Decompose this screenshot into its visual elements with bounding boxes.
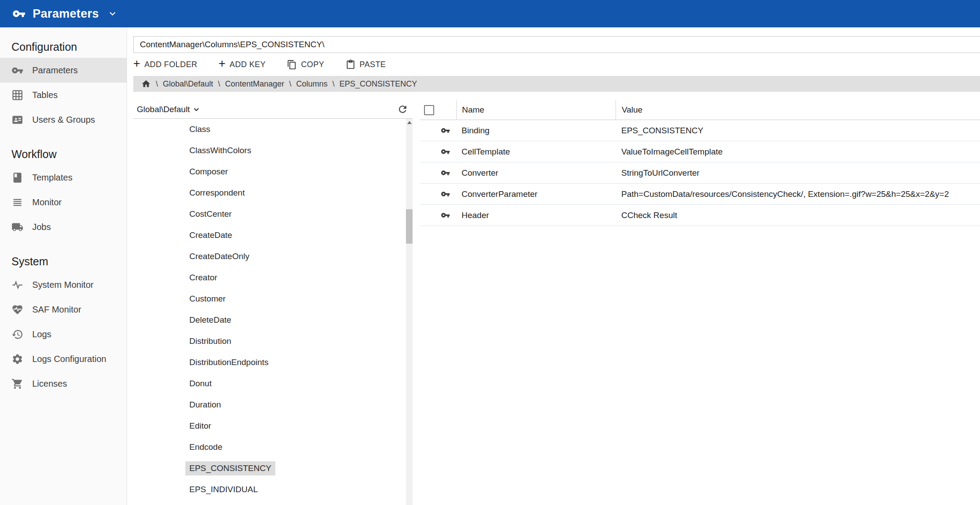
sidebar-item-templates[interactable]: Templates: [0, 165, 127, 190]
tree-scrollbar[interactable]: [406, 119, 413, 505]
refresh-icon: [397, 104, 408, 115]
grid-header: Name Value: [420, 100, 980, 120]
scroll-up-arrow-icon[interactable]: [406, 119, 413, 126]
tree-item[interactable]: CreateDate: [133, 225, 413, 246]
param-value: CCheck Result: [621, 211, 677, 220]
tree-header: Global\Default: [133, 100, 413, 119]
home-icon[interactable]: [141, 79, 151, 89]
tree-item[interactable]: DeleteDate: [133, 309, 413, 331]
paste-button[interactable]: PASTE: [345, 60, 386, 70]
add-key-button[interactable]: + ADD KEY: [218, 59, 266, 70]
paste-label: PASTE: [360, 60, 386, 69]
tree-list: Class ClassWithColors Composer Correspon…: [133, 119, 413, 505]
add-folder-button[interactable]: + ADD FOLDER: [133, 59, 197, 70]
tree-item[interactable]: CostCenter: [133, 204, 413, 225]
key-icon: [441, 168, 450, 177]
tree-item[interactable]: Editor: [133, 415, 413, 437]
table-row[interactable]: ConverterParameter Path=CustomData/resou…: [420, 184, 980, 205]
main-area: + ADD FOLDER + ADD KEY COPY PASTE \ Glob…: [127, 27, 980, 505]
tree-item[interactable]: Composer: [133, 161, 413, 182]
breadcrumb-separator: \: [289, 79, 291, 89]
tree-item[interactable]: CreateDateOnly: [133, 246, 413, 267]
key-icon: [12, 7, 26, 20]
table-row[interactable]: Converter StringToUrlConverter: [420, 162, 980, 184]
section-heading: Workflow: [0, 148, 127, 165]
breadcrumb-segment-global-default[interactable]: Global\Default: [163, 79, 213, 89]
param-name: ConverterParameter: [462, 189, 537, 199]
key-icon: [441, 211, 450, 220]
sidebar-item-tables[interactable]: Tables: [0, 83, 127, 107]
chevron-down-icon: [191, 105, 201, 114]
content-split: Global\Default Class ClassWithColors Com…: [133, 100, 980, 505]
scope-label: Global\Default: [137, 105, 190, 114]
sidebar-item-label: Logs: [32, 329, 51, 339]
sidebar-item-jobs[interactable]: Jobs: [0, 215, 127, 239]
sidebar-item-saf-monitor[interactable]: SAF Monitor: [0, 297, 127, 322]
path-input[interactable]: [133, 36, 980, 53]
key-icon: [441, 126, 450, 135]
sidebar-item-logs-configuration[interactable]: Logs Configuration: [0, 347, 127, 371]
tree-item[interactable]: Endcode: [133, 437, 413, 458]
scrollbar-thumb[interactable]: [406, 209, 413, 244]
tree-item[interactable]: ClassWithColors: [133, 140, 413, 161]
copy-label: COPY: [301, 60, 324, 69]
paste-icon: [345, 60, 356, 70]
sidebar-item-label: Monitor: [32, 197, 62, 207]
breadcrumb-segment-columns[interactable]: Columns: [296, 79, 327, 89]
param-name: Binding: [462, 126, 489, 136]
tree-item[interactable]: Class: [133, 119, 413, 140]
gear-icon: [11, 353, 23, 365]
tree-item[interactable]: EPS_INDIVIDUAL: [133, 479, 413, 500]
table-row[interactable]: Header CCheck Result: [420, 205, 980, 226]
param-value: Path=CustomData/resources/ConsistencyChe…: [621, 189, 949, 199]
key-icon: [441, 147, 450, 156]
copy-icon: [287, 60, 297, 70]
select-all-checkbox[interactable]: [424, 105, 434, 115]
tree-item[interactable]: Customer: [133, 288, 413, 309]
chevron-down-icon[interactable]: [107, 8, 118, 19]
tree-item[interactable]: Creator: [133, 267, 413, 288]
path-row: [133, 36, 980, 53]
grid-header-value: Value: [616, 100, 980, 120]
breadcrumb-separator: \: [218, 79, 220, 89]
table-grid-icon: [11, 89, 23, 101]
book-icon: [11, 172, 23, 184]
grid-header-check-cell: [420, 100, 456, 120]
breadcrumb-separator: \: [156, 79, 158, 89]
sidebar-item-system-monitor[interactable]: System Monitor: [0, 272, 127, 297]
sidebar-item-label: Tables: [32, 90, 58, 100]
tree-item[interactable]: DistributionEndpoints: [133, 352, 413, 373]
sidebar-item-monitor[interactable]: Monitor: [0, 190, 127, 215]
scope-selector[interactable]: Global\Default: [137, 105, 201, 114]
history-icon: [11, 328, 23, 340]
tree-item-selected[interactable]: EPS_CONSISTENCY: [133, 458, 413, 479]
sidebar-section-configuration: Configuration Parameters Tables Users & …: [0, 41, 127, 132]
add-folder-label: ADD FOLDER: [144, 60, 197, 69]
pulse-icon: [11, 279, 23, 291]
table-row[interactable]: CellTemplate ValueToImageCellTemplate: [420, 141, 980, 162]
breadcrumb-segment-contentmanager[interactable]: ContentManager: [225, 79, 284, 89]
sidebar-item-label: SAF Monitor: [32, 305, 81, 315]
sidebar-item-label: Users & Groups: [32, 115, 95, 125]
app-body: Configuration Parameters Tables Users & …: [0, 27, 980, 505]
tree-item[interactable]: Distribution: [133, 331, 413, 352]
cart-icon: [11, 378, 23, 390]
tree-item[interactable]: Duration: [133, 394, 413, 415]
parameters-grid: Name Value Binding EPS_CONSISTENCY CellT…: [420, 100, 980, 505]
sidebar-item-users-groups[interactable]: Users & Groups: [0, 107, 127, 132]
heart-pulse-icon: [11, 304, 23, 316]
copy-button[interactable]: COPY: [287, 60, 324, 70]
tree-panel: Global\Default Class ClassWithColors Com…: [133, 100, 413, 505]
tree-item[interactable]: Correspondent: [133, 182, 413, 204]
sidebar-item-logs[interactable]: Logs: [0, 322, 127, 347]
param-value: ValueToImageCellTemplate: [621, 147, 723, 157]
sidebar-item-parameters[interactable]: Parameters: [0, 58, 127, 83]
toolbar: + ADD FOLDER + ADD KEY COPY PASTE: [133, 53, 980, 76]
tree-item[interactable]: Donut: [133, 373, 413, 394]
plus-icon: +: [218, 58, 225, 70]
sidebar: Configuration Parameters Tables Users & …: [0, 27, 127, 505]
refresh-button[interactable]: [397, 104, 408, 115]
table-row[interactable]: Binding EPS_CONSISTENCY: [420, 120, 980, 141]
breadcrumb-segment-eps-consistency[interactable]: EPS_CONSISTENCY: [339, 79, 417, 89]
sidebar-item-licenses[interactable]: Licenses: [0, 371, 127, 396]
